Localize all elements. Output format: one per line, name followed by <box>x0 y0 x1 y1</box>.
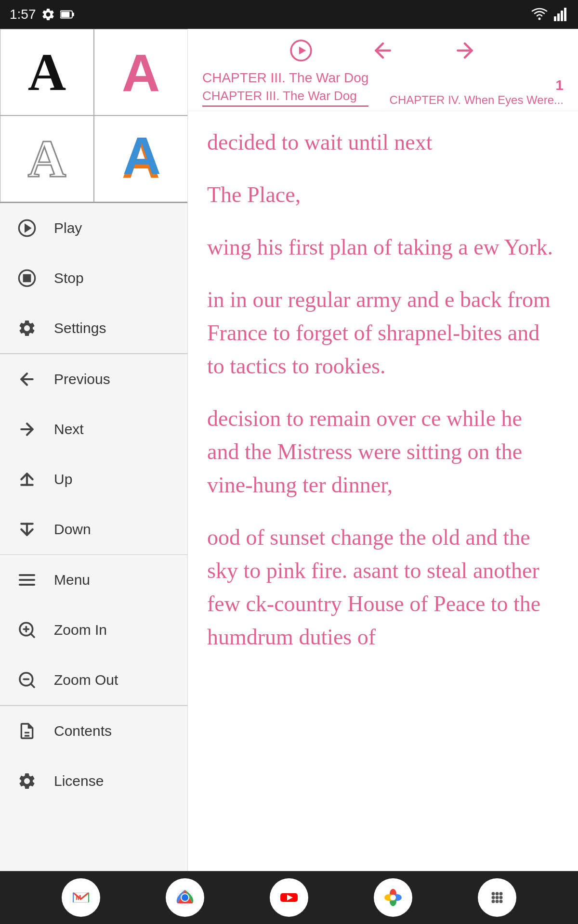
chapter-right: 1 CHAPTER IV. When Eyes Were... <box>390 77 564 107</box>
chapter-title-row: CHAPTER III. The War Dog CHAPTER III. Th… <box>202 70 368 107</box>
next-icon <box>14 417 39 442</box>
sidebar: A A A A Play <box>0 29 188 871</box>
down-icon <box>14 517 39 542</box>
svg-text:M: M <box>76 894 81 901</box>
photos-app-icon[interactable] <box>374 878 412 917</box>
svg-rect-5 <box>557 13 560 21</box>
menu-label: Menu <box>54 572 90 588</box>
font-preview-black: A <box>28 42 66 103</box>
page-number: 1 <box>555 77 564 93</box>
svg-point-56 <box>496 900 499 903</box>
up-label: Up <box>54 471 72 488</box>
svg-point-51 <box>499 892 503 896</box>
svg-point-38 <box>182 894 188 901</box>
svg-point-49 <box>492 892 495 896</box>
gear-status-icon <box>41 7 55 22</box>
signal-icon <box>554 8 568 21</box>
youtube-app-icon[interactable] <box>270 878 308 917</box>
play-label: Play <box>54 220 82 236</box>
next-label: Next <box>54 421 84 437</box>
settings-menu-item[interactable]: Settings <box>0 303 187 353</box>
chapter-tab: CHAPTER III. The War Dog <box>202 89 368 107</box>
reader-play-button[interactable] <box>289 38 313 63</box>
zoom-in-icon <box>14 617 39 642</box>
font-preview-orange: A <box>122 128 160 190</box>
zoom-out-menu-item[interactable]: Zoom Out <box>0 655 187 705</box>
gmail-app-icon[interactable]: M <box>62 878 100 917</box>
license-menu-item[interactable]: License <box>0 756 187 806</box>
paragraph-5: ood of sunset change the old and the sky… <box>207 521 559 654</box>
paragraph-2: wing his first plan of taking a ew York. <box>207 231 559 264</box>
svg-line-26 <box>31 684 34 687</box>
svg-point-53 <box>496 896 499 899</box>
chapter-heading: CHAPTER III. The War Dog <box>202 70 368 86</box>
bottom-nav: M <box>0 871 578 924</box>
svg-point-55 <box>492 900 495 903</box>
svg-marker-9 <box>26 225 30 231</box>
previous-menu-item[interactable]: Previous <box>0 354 187 404</box>
stop-menu-item[interactable]: Stop <box>0 253 187 303</box>
license-label: License <box>54 773 104 789</box>
font-option-black-serif[interactable]: A <box>0 29 94 116</box>
down-menu-item[interactable]: Down <box>0 504 187 554</box>
zoom-out-icon <box>14 667 39 693</box>
zoom-in-menu-item[interactable]: Zoom In <box>0 605 187 655</box>
svg-rect-1 <box>72 13 74 16</box>
svg-marker-29 <box>299 47 306 55</box>
status-time: 1:57 <box>10 7 75 22</box>
stop-icon <box>14 266 39 291</box>
zoom-in-label: Zoom In <box>54 622 107 638</box>
content-area: CHAPTER III. The War Dog CHAPTER III. Th… <box>188 29 578 871</box>
svg-point-50 <box>496 892 499 896</box>
time-display: 1:57 <box>10 7 36 22</box>
svg-line-22 <box>31 634 34 637</box>
reader-nav-icons <box>202 38 564 63</box>
paragraph-4: decision to remain over ce while he and … <box>207 402 559 501</box>
svg-rect-11 <box>24 275 30 281</box>
svg-point-54 <box>499 896 503 899</box>
play-menu-item[interactable]: Play <box>0 203 187 253</box>
svg-point-57 <box>499 900 503 903</box>
chrome-app-icon[interactable] <box>166 878 204 917</box>
down-label: Down <box>54 521 91 538</box>
previous-label: Previous <box>54 371 110 387</box>
font-option-orange[interactable]: A <box>94 116 188 202</box>
up-icon <box>14 467 39 492</box>
wifi-icon <box>531 8 548 21</box>
menu-menu-item[interactable]: Menu <box>0 555 187 605</box>
font-selector-grid: A A A A <box>0 29 187 203</box>
status-bar: 1:57 <box>0 0 578 29</box>
contents-menu-item[interactable]: Contents <box>0 706 187 756</box>
menu-section: Play Stop Settings <box>0 203 187 806</box>
next-menu-item[interactable]: Next <box>0 404 187 454</box>
chapter-info: CHAPTER III. The War Dog CHAPTER III. Th… <box>202 70 564 111</box>
settings-label: Settings <box>54 320 106 336</box>
svg-rect-6 <box>561 11 563 21</box>
up-menu-item[interactable]: Up <box>0 454 187 504</box>
font-option-outline[interactable]: A <box>0 116 94 202</box>
play-icon <box>14 216 39 241</box>
paragraph-1: The Place, <box>207 178 559 211</box>
font-preview-pink: A <box>122 42 160 103</box>
stop-label: Stop <box>54 270 84 286</box>
settings-icon <box>14 316 39 341</box>
reader-forward-button[interactable] <box>453 38 477 63</box>
font-option-pink-sans[interactable]: A <box>94 29 188 116</box>
license-icon <box>14 769 39 794</box>
main-layout: A A A A Play <box>0 29 578 871</box>
contents-icon <box>14 719 39 744</box>
apps-grid-icon[interactable] <box>478 878 516 917</box>
next-chapter-label: CHAPTER IV. When Eyes Were... <box>390 93 564 107</box>
reader-text[interactable]: decided to wait until next The Place, wi… <box>188 111 578 871</box>
svg-rect-4 <box>554 16 556 21</box>
svg-point-52 <box>492 896 495 899</box>
battery-status-icon <box>60 9 75 20</box>
reader-back-button[interactable] <box>371 38 395 63</box>
paragraph-0: decided to wait until next <box>207 126 559 159</box>
font-preview-outline: A <box>28 128 66 190</box>
svg-point-47 <box>390 895 396 900</box>
previous-icon <box>14 367 39 392</box>
zoom-out-label: Zoom Out <box>54 672 118 688</box>
svg-point-3 <box>539 18 541 20</box>
svg-rect-2 <box>61 12 69 17</box>
